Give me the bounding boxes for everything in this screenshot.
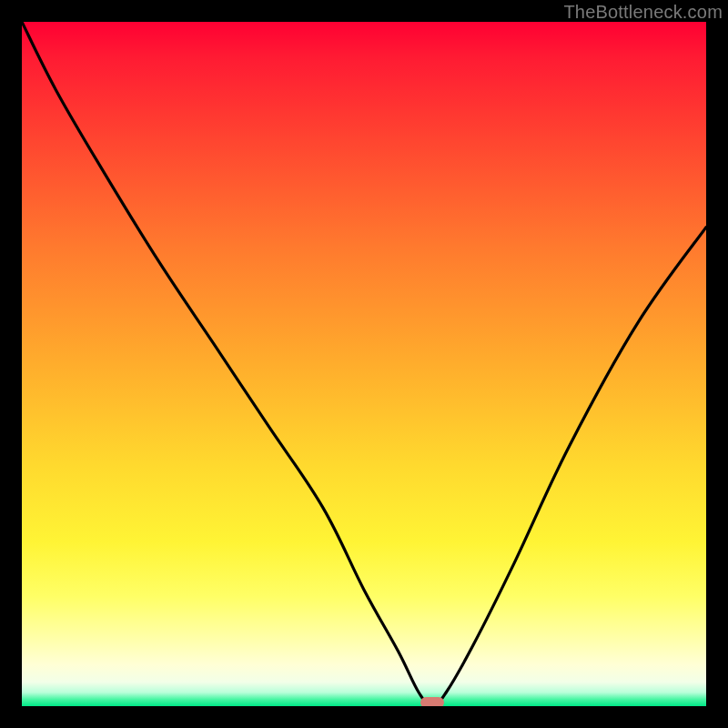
bottleneck-curve-path [22, 22, 706, 706]
bottleneck-chart: TheBottleneck.com [0, 0, 728, 728]
watermark-text: TheBottleneck.com [563, 2, 723, 23]
minimum-marker [420, 697, 444, 706]
curve-svg [22, 22, 706, 706]
plot-area [22, 22, 706, 706]
